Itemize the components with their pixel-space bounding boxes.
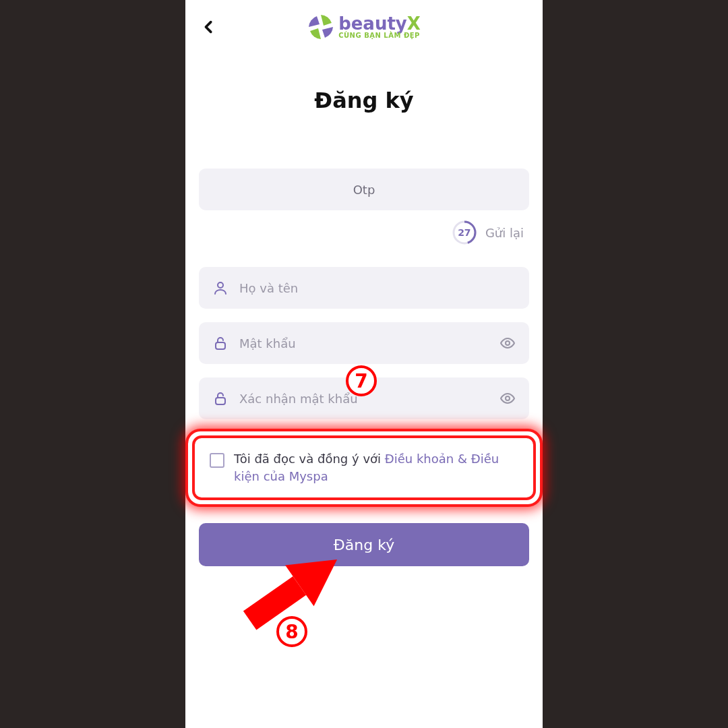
lock-icon [212,335,229,351]
eye-icon[interactable] [499,335,516,351]
user-icon [212,280,229,296]
annotation-step-7: 7 [346,365,377,396]
fullname-placeholder: Họ và tên [239,281,298,295]
svg-rect-3 [216,342,225,349]
eye-icon[interactable] [499,390,516,406]
terms-prefix: Tôi đã đọc và đồng ý với [234,452,385,466]
back-button[interactable] [202,18,216,39]
svg-point-4 [506,341,510,345]
otp-countdown: 27 [452,220,477,245]
terms-checkbox[interactable] [210,453,224,468]
brand-name: beautyX [338,15,421,32]
resend-row: 27 Gửi lại [199,220,529,245]
annotation-step-8-label: 8 [285,621,298,643]
phone-frame: beautyX CÙNG BẠN LÀM ĐẸP Đăng ký Otp 27 … [185,0,543,728]
terms-text: Tôi đã đọc và đồng ý với Điều khoản & Đi… [234,450,518,485]
fullname-input[interactable]: Họ và tên [199,267,529,309]
svg-point-2 [218,282,223,288]
brand-name-left: beauty [338,13,407,34]
terms-row: Tôi đã đọc và đồng ý với Điều khoản & Đi… [210,450,518,485]
annotation-step-8: 8 [276,616,307,647]
otp-placeholder: Otp [353,183,375,197]
svg-rect-5 [216,398,225,404]
chevron-left-icon [202,18,216,36]
logo-mark-icon [307,13,334,40]
svg-point-6 [506,396,510,400]
otp-input[interactable]: Otp [199,169,529,210]
countdown-value: 27 [458,227,471,238]
brand-logo: beautyX CÙNG BẠN LÀM ĐẸP [307,13,421,40]
page-title: Đăng ký [185,88,543,113]
brand-tagline: CÙNG BẠN LÀM ĐẸP [338,32,421,39]
brand-name-right: X [407,13,421,34]
resend-button[interactable]: Gửi lại [485,226,524,240]
confirm-password-placeholder: Xác nhận mật khẩu [239,392,358,406]
annotation-step-7-label: 7 [355,370,367,392]
top-bar: beautyX CÙNG BẠN LÀM ĐẸP [185,0,543,54]
lock-icon [212,390,229,406]
password-placeholder: Mật khẩu [239,336,296,351]
terms-highlight: Tôi đã đọc và đồng ý với Điều khoản & Đi… [192,435,536,500]
password-input[interactable]: Mật khẩu [199,322,529,364]
